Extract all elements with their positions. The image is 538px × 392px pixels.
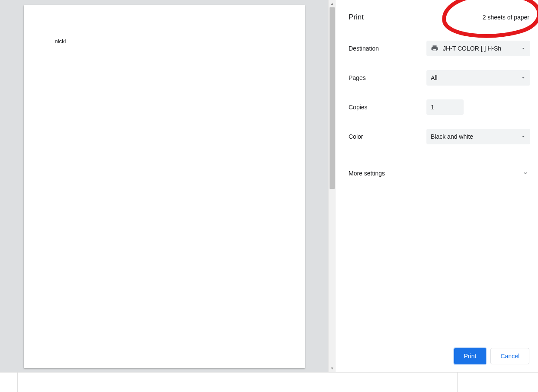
color-row: Color Black and white <box>349 122 538 151</box>
copies-input[interactable] <box>426 99 464 115</box>
destination-label: Destination <box>349 45 426 52</box>
cancel-button[interactable]: Cancel <box>490 348 529 364</box>
preview-viewport[interactable]: nicki <box>0 0 328 372</box>
preview-page-1: nicki <box>24 5 305 368</box>
color-value: Black and white <box>431 133 516 140</box>
chevron-down-icon <box>521 75 526 80</box>
preview-page-text: nicki <box>55 38 66 45</box>
preview-scrollbar[interactable]: ▲ ▼ <box>328 0 336 372</box>
scrollbar-up-icon[interactable]: ▲ <box>329 0 336 7</box>
settings-body: Destination JH-T COLOR [ ] H-Sh Pages Al… <box>336 34 538 151</box>
printer-icon <box>431 45 439 52</box>
dialog-title: Print <box>349 13 364 22</box>
underlying-document <box>17 373 458 392</box>
print-preview-pane: nicki ▲ ▼ <box>0 0 336 372</box>
more-settings-label: More settings <box>349 170 385 177</box>
chevron-down-icon <box>521 134 526 139</box>
more-settings-toggle[interactable]: More settings <box>336 161 538 185</box>
scrollbar-thumb[interactable] <box>330 7 335 189</box>
pages-row: Pages All <box>349 63 538 92</box>
print-settings-pane: Print 2 sheets of paper Destination JH-T… <box>336 0 538 372</box>
scrollbar-track[interactable] <box>329 7 336 365</box>
pages-value: All <box>431 74 516 81</box>
destination-select[interactable]: JH-T COLOR [ ] H-Sh <box>426 41 530 56</box>
chevron-down-icon <box>521 46 526 51</box>
settings-header: Print 2 sheets of paper <box>336 0 538 34</box>
scrollbar-down-icon[interactable]: ▼ <box>329 365 336 372</box>
sheet-count-summary: 2 sheets of paper <box>483 14 529 21</box>
pages-label: Pages <box>349 74 426 81</box>
color-select[interactable]: Black and white <box>426 129 530 144</box>
destination-value: JH-T COLOR [ ] H-Sh <box>443 45 516 52</box>
underlying-page <box>0 373 538 392</box>
dialog-footer: Print Cancel <box>336 348 538 372</box>
copies-row: Copies <box>349 92 538 122</box>
settings-divider <box>336 155 538 155</box>
chevron-down-icon <box>522 170 528 176</box>
color-label: Color <box>349 133 426 140</box>
print-dialog: nicki ▲ ▼ Print 2 sheets of paper Destin… <box>0 0 538 373</box>
print-button[interactable]: Print <box>454 348 487 364</box>
copies-label: Copies <box>349 104 426 111</box>
pages-select[interactable]: All <box>426 70 530 86</box>
destination-row: Destination JH-T COLOR [ ] H-Sh <box>349 34 538 63</box>
